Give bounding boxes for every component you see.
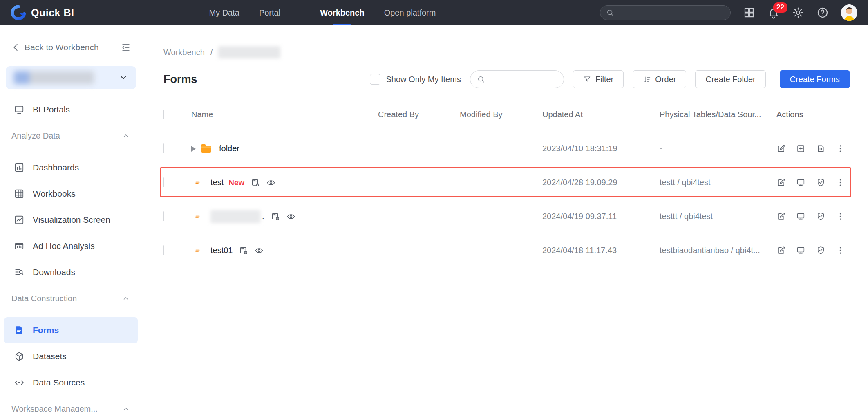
table-row-blurred[interactable]: : 2024/04/19 09:37:11 testtt / qbi4test: [163, 199, 850, 233]
cube-icon: [14, 351, 25, 362]
more-actions-icon[interactable]: [836, 144, 845, 153]
preview-eye-icon[interactable]: [255, 246, 264, 255]
create-forms-button[interactable]: Create Forms: [780, 70, 850, 88]
blurred-workspace-name: [14, 71, 94, 84]
settings-gear-icon[interactable]: [792, 7, 804, 19]
help-icon[interactable]: [817, 7, 829, 19]
page-header: Forms Show Only My Items Filter: [163, 68, 850, 91]
nav-open-platform[interactable]: Open platform: [384, 0, 436, 25]
nav-portal[interactable]: Portal: [259, 0, 280, 25]
more-actions-icon[interactable]: [836, 212, 845, 221]
sidebar-item-workbooks[interactable]: Workbooks: [0, 181, 142, 207]
table-row-test01[interactable]: test01 2024/04/18 11:17:43 testbiaodanti…: [163, 233, 850, 267]
shield-check-icon[interactable]: [816, 178, 825, 187]
brand[interactable]: Quick BI: [11, 5, 74, 20]
workspace-selector[interactable]: [6, 66, 136, 89]
more-actions-icon[interactable]: [836, 178, 845, 187]
sidebar-item-label: Downloads: [33, 267, 75, 277]
display-icon[interactable]: [796, 212, 805, 221]
sidebar-item-label: BI Portals: [33, 105, 70, 114]
sidebar-item-bi-portals[interactable]: BI Portals: [0, 96, 142, 123]
row-actions: [771, 246, 850, 255]
notifications-bell-icon[interactable]: 22: [767, 7, 780, 19]
edit-icon[interactable]: [776, 212, 786, 221]
chevron-up-icon: [122, 295, 130, 302]
section-label: Data Construction: [11, 294, 77, 303]
edit-icon[interactable]: [776, 178, 786, 187]
shield-check-icon[interactable]: [816, 246, 825, 255]
search-icon: [606, 9, 614, 17]
order-button[interactable]: Order: [633, 70, 686, 88]
sidebar-item-label: Datasets: [33, 352, 67, 361]
form-settings-icon[interactable]: [239, 246, 248, 255]
forms-table: Name Created By Modified By Updated At P…: [163, 103, 850, 267]
form-settings-icon[interactable]: [251, 178, 260, 187]
sidebar-item-datasets[interactable]: Datasets: [0, 343, 142, 369]
column-modified-by: Modified By: [456, 110, 537, 119]
sidebar: Back to Workbench BI Portals Analyze Dat…: [0, 25, 142, 412]
edit-icon[interactable]: [776, 246, 786, 255]
more-actions-icon[interactable]: [836, 246, 845, 255]
sidebar-section-workspace-management[interactable]: Workspace Managem...: [0, 396, 142, 412]
sidebar-item-visualization-screen[interactable]: Visualization Screen: [0, 207, 142, 233]
expand-arrow-icon[interactable]: [191, 146, 196, 152]
row-actions: [771, 212, 850, 221]
row-name[interactable]: test: [210, 178, 224, 187]
edit-icon[interactable]: [776, 144, 786, 153]
forms-search-input[interactable]: [488, 75, 550, 84]
table-row-test[interactable]: test New 2024/04/28 19:09:29 testt / qbi…: [163, 166, 850, 199]
row-checkbox[interactable]: [163, 245, 164, 255]
nav-my-data[interactable]: My Data: [209, 0, 239, 25]
sidebar-item-label: Dashboards: [33, 163, 79, 172]
preview-eye-icon[interactable]: [286, 212, 295, 221]
display-icon[interactable]: [796, 246, 805, 255]
folder-icon: [200, 142, 213, 155]
show-only-my-items-label: Show Only My Items: [386, 75, 461, 84]
user-avatar[interactable]: [841, 4, 857, 21]
filter-button[interactable]: Filter: [573, 70, 624, 88]
move-doc-icon[interactable]: [816, 144, 825, 153]
sidebar-item-forms[interactable]: Forms: [4, 317, 138, 343]
form-doc-icon: [191, 176, 204, 189]
sidebar-section-analyze-data[interactable]: Analyze Data: [0, 123, 142, 149]
row-name[interactable]: test01: [210, 246, 233, 255]
sidebar-item-label: Visualization Screen: [33, 215, 110, 225]
shield-check-icon[interactable]: [816, 212, 825, 221]
global-search-box[interactable]: [600, 5, 731, 20]
updated-at: 2024/04/18 11:17:43: [537, 246, 654, 255]
topbar-right-cluster: 22: [600, 4, 857, 21]
display-icon[interactable]: [796, 178, 805, 187]
form-settings-icon[interactable]: [271, 212, 280, 221]
sidebar-section-data-construction[interactable]: Data Construction: [0, 285, 142, 311]
bar-chart-icon: [14, 162, 25, 173]
sidebar-item-data-sources[interactable]: Data Sources: [0, 369, 142, 396]
apps-grid-icon[interactable]: [743, 7, 755, 19]
row-name[interactable]: folder: [219, 144, 239, 153]
row-name-suffix: :: [262, 212, 264, 221]
row-checkbox[interactable]: [163, 143, 164, 153]
column-name: Name: [185, 110, 374, 119]
row-checkbox[interactable]: [163, 177, 164, 187]
back-to-workbench[interactable]: Back to Workbench: [11, 39, 131, 56]
sidebar-item-label: Ad Hoc Analysis: [33, 241, 95, 251]
quickbi-logo-icon: [11, 5, 26, 20]
global-search-input[interactable]: [618, 9, 716, 17]
table-body: folder 2023/04/10 18:31:19 - test: [163, 132, 850, 267]
collapse-sidebar-icon[interactable]: [121, 42, 131, 53]
forms-search-box[interactable]: [470, 70, 564, 88]
sidebar-item-dashboards[interactable]: Dashboards: [0, 154, 142, 181]
nav-workbench[interactable]: Workbench: [320, 0, 365, 25]
row-checkbox[interactable]: [163, 211, 164, 221]
create-folder-button[interactable]: Create Folder: [695, 70, 765, 88]
sidebar-item-ad-hoc-analysis[interactable]: Ad Hoc Analysis: [0, 233, 142, 259]
select-all-checkbox[interactable]: [163, 110, 164, 119]
sidebar-item-downloads[interactable]: Downloads: [0, 259, 142, 285]
show-only-my-items-checkbox[interactable]: [370, 74, 380, 85]
breadcrumb-workbench[interactable]: Workbench: [163, 48, 205, 57]
table-row-folder[interactable]: folder 2023/04/10 18:31:19 -: [163, 132, 850, 166]
updated-at: 2024/04/28 19:09:29: [537, 178, 654, 187]
preview-eye-icon[interactable]: [266, 178, 275, 187]
physical-tables: testbiaodantianbao / qbi4t...: [654, 246, 771, 255]
blurred-breadcrumb-item: [218, 46, 280, 58]
add-to-icon[interactable]: [796, 144, 805, 153]
